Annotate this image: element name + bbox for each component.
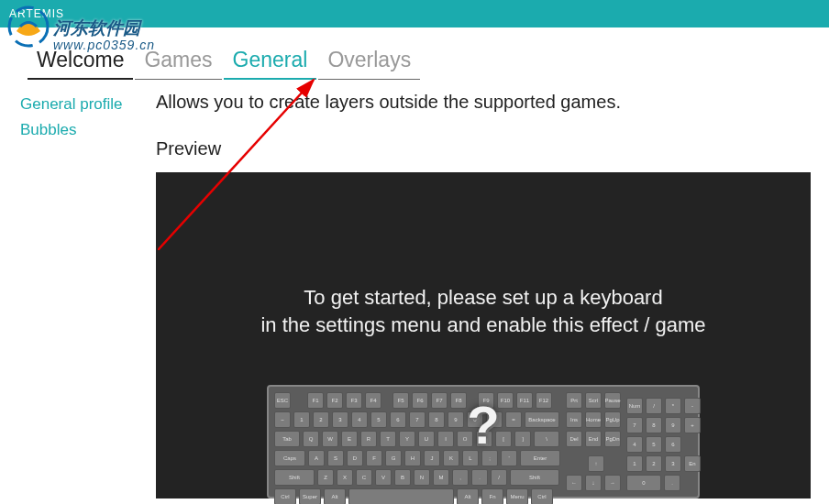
question-mark-icon: ? [467,394,499,455]
tab-overlays[interactable]: Overlays [318,44,420,80]
titlebar: ARTEMIS [0,0,829,27]
sidebar-item-general-profile[interactable]: General profile [20,92,147,117]
tab-welcome[interactable]: Welcome [28,44,133,80]
preview-message-line1: To get started, please set up a keyboard [304,286,662,309]
tab-description: Allows you to create layers outside the … [156,92,811,113]
preview-message: To get started, please set up a keyboard… [156,284,811,338]
preview-message-line2: in the settings menu and enable this eff… [260,313,705,336]
sidebar: General profile Bubbles [0,27,147,504]
tab-general[interactable]: General [224,44,317,80]
preview-panel: To get started, please set up a keyboard… [156,172,811,499]
tab-games[interactable]: Games [135,44,221,80]
sidebar-item-bubbles[interactable]: Bubbles [20,117,147,143]
app-title: ARTEMIS [9,7,64,20]
tab-bar: Welcome Games General Overlays [28,44,420,80]
preview-label: Preview [156,138,811,159]
content-area: Allows you to create layers outside the … [147,27,829,504]
